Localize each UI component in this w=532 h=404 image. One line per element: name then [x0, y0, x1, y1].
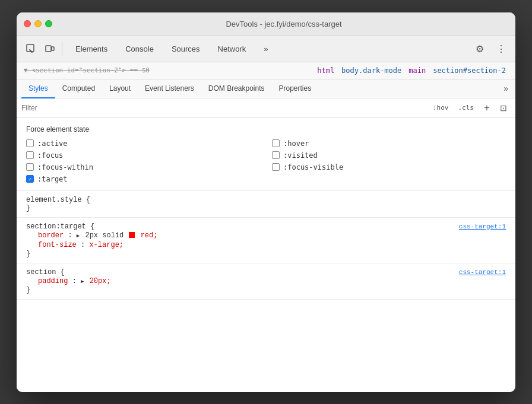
tab-more[interactable]: »	[255, 41, 276, 57]
inspect-element-button[interactable]	[21, 39, 40, 58]
prop-border-value: 2px solid	[85, 231, 128, 240]
focus-checkbox[interactable]	[26, 151, 34, 159]
focus-within-checkbox[interactable]	[26, 163, 34, 171]
prop-value-font-size: x-large;	[89, 241, 124, 249]
focus-label: :focus	[37, 151, 63, 160]
cls-button[interactable]: .cls	[455, 103, 478, 113]
visited-checkbox[interactable]	[272, 151, 280, 159]
window-title: DevTools - jec.fyi/demo/css-target	[59, 20, 508, 28]
toolbar-divider	[62, 42, 62, 56]
source-link-target[interactable]: css-target:1	[459, 223, 506, 230]
breadcrumb-section[interactable]: section#section-2	[430, 66, 508, 75]
breadcrumb-body[interactable]: body.dark-mode	[339, 66, 404, 75]
prop-colon: :	[68, 231, 76, 240]
breadcrumb-bar: ▼ <section id="section-2"> == $0 html bo…	[17, 62, 515, 79]
css-rule-section-target: section:target { css-target:1 border : ▶…	[17, 218, 515, 263]
active-label: :active	[37, 139, 68, 148]
minimize-button[interactable]	[34, 20, 42, 27]
css-prop-font-size: font-size : x-large;	[26, 240, 506, 250]
svg-rect-2	[52, 47, 54, 50]
state-item-visited[interactable]: :visited	[272, 151, 506, 160]
prop-name-padding: padding	[38, 277, 68, 285]
content-area[interactable]: Force element state :active :hover :focu…	[17, 118, 515, 392]
sub-tabs: Styles Computed Layout Event Listeners D…	[17, 79, 515, 98]
toolbar-right: ⚙ ⋮	[470, 39, 511, 58]
css-rule-section: section { css-target:1 padding : ▶ 20px;…	[17, 263, 515, 300]
breadcrumb-main[interactable]: main	[406, 66, 428, 75]
maximize-button[interactable]	[45, 20, 52, 27]
css-close-brace-target: }	[26, 250, 506, 258]
prop-name-font-size: font-size	[38, 241, 77, 249]
tab-elements[interactable]: Elements	[67, 41, 116, 57]
css-prop-padding: padding : ▶ 20px;	[26, 276, 506, 286]
focus-within-label: :focus-within	[37, 163, 93, 171]
tab-dom-breakpoints[interactable]: DOM Breakpoints	[201, 79, 272, 98]
target-checkbox[interactable]	[26, 175, 34, 183]
visited-label: :visited	[283, 151, 318, 160]
more-options-button[interactable]: ⋮	[492, 39, 511, 58]
css-close-brace-section: }	[26, 286, 506, 294]
state-item-focus-within[interactable]: :focus-within	[26, 163, 260, 171]
force-state-title: Force element state	[26, 125, 506, 133]
layout-icon-button[interactable]: ⊡	[496, 101, 511, 115]
prop-value-padding: 20px;	[90, 277, 111, 285]
selector-text: element.style {	[26, 196, 90, 204]
devtools-toolbar: Elements Console Sources Network » ⚙ ⋮	[17, 36, 515, 62]
device-toolbar-button[interactable]	[40, 39, 59, 58]
hov-button[interactable]: :hov	[429, 103, 452, 113]
dom-preview: ▼ <section id="section-2"> == $0	[24, 66, 150, 74]
hover-label: :hover	[283, 139, 309, 148]
css-close-brace: }	[26, 204, 506, 212]
selector-text-section: section {	[26, 268, 65, 276]
settings-button[interactable]: ⚙	[470, 39, 489, 58]
traffic-lights	[24, 20, 52, 27]
toolbar-tabs: Elements Console Sources Network »	[67, 41, 470, 57]
css-selector-element-style: element.style {	[26, 196, 506, 204]
source-link-section[interactable]: css-target:1	[459, 269, 506, 276]
tab-styles[interactable]: Styles	[21, 79, 55, 98]
close-button[interactable]	[24, 20, 31, 27]
state-grid: :active :hover :focus :visited :focus-wi…	[26, 139, 506, 183]
filter-input[interactable]	[21, 104, 427, 112]
tab-properties[interactable]: Properties	[272, 79, 319, 98]
devtools-window: DevTools - jec.fyi/demo/css-target Eleme…	[17, 12, 515, 392]
tab-layout[interactable]: Layout	[102, 79, 138, 98]
tab-network[interactable]: Network	[210, 41, 255, 57]
state-item-focus-visible[interactable]: :focus-visible	[272, 163, 506, 171]
tab-sources[interactable]: Sources	[163, 41, 208, 57]
expand-triangle-padding[interactable]: ▶	[81, 279, 84, 285]
css-rules: element.style { } section:target { css-t…	[17, 191, 515, 300]
focus-visible-label: :focus-visible	[283, 163, 343, 171]
hover-checkbox[interactable]	[272, 139, 280, 147]
title-bar: DevTools - jec.fyi/demo/css-target	[17, 12, 515, 36]
prop-color-red: red;	[141, 231, 158, 240]
color-swatch-red[interactable]	[129, 232, 135, 238]
sub-tabs-more[interactable]: »	[501, 81, 511, 96]
prop-colon3: :	[72, 277, 81, 285]
active-checkbox[interactable]	[26, 139, 34, 147]
tab-console[interactable]: Console	[117, 41, 162, 57]
css-prop-border: border : ▶ 2px solid red;	[26, 231, 506, 240]
css-rule-element-style: element.style { }	[17, 191, 515, 218]
svg-rect-1	[46, 46, 51, 52]
state-item-focus[interactable]: :focus	[26, 151, 260, 160]
state-item-active[interactable]: :active	[26, 139, 260, 148]
target-label: :target	[37, 175, 68, 183]
state-item-hover[interactable]: :hover	[272, 139, 506, 148]
css-selector-section-target: section:target { css-target:1	[26, 222, 506, 231]
breadcrumb-html[interactable]: html	[315, 66, 337, 75]
add-style-button[interactable]: +	[480, 101, 494, 115]
selector-text: section:target {	[26, 222, 94, 231]
prop-colon2: :	[81, 241, 89, 249]
prop-name-border: border	[38, 231, 64, 240]
css-selector-section: section { css-target:1	[26, 268, 506, 276]
force-state-section: Force element state :active :hover :focu…	[17, 118, 515, 191]
focus-visible-checkbox[interactable]	[272, 163, 280, 171]
expand-triangle[interactable]: ▶	[77, 233, 80, 239]
state-item-target[interactable]: :target	[26, 175, 260, 183]
tab-computed[interactable]: Computed	[55, 79, 102, 98]
tab-event-listeners[interactable]: Event Listeners	[138, 79, 201, 98]
filter-bar: :hov .cls + ⊡	[17, 98, 515, 118]
